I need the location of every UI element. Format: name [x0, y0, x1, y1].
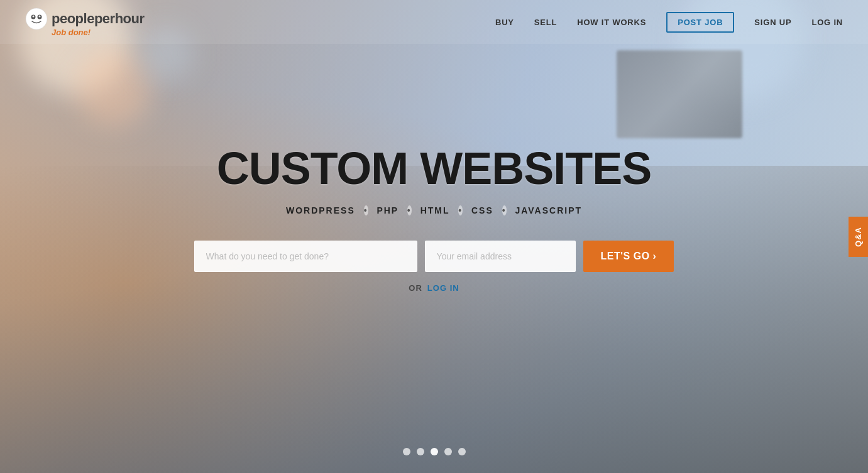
- task-input[interactable]: [194, 241, 417, 272]
- nav-how-it-works[interactable]: HOW IT WORKS: [577, 18, 646, 27]
- or-label: OR: [409, 283, 422, 293]
- hero-login-row: OR LOG IN: [409, 283, 459, 293]
- logo-text: peopleperhour: [52, 11, 145, 27]
- nav-links: BUY SELL HOW IT WORKS POST JOB SIGN UP L…: [495, 16, 843, 28]
- hero-form: LET'S GO ›: [194, 241, 674, 272]
- subtitle-php: PHP: [376, 205, 398, 215]
- email-input[interactable]: [425, 241, 576, 272]
- logo-tagline: Job done!: [52, 28, 91, 37]
- subtitle-css: CSS: [471, 205, 493, 215]
- qa-tab[interactable]: Q&A: [849, 217, 868, 257]
- carousel-dot-5[interactable]: [458, 448, 466, 455]
- nav-sign-up[interactable]: SIGN UP: [754, 18, 791, 27]
- dot-4: •: [502, 205, 507, 215]
- svg-point-3: [33, 15, 35, 17]
- subtitle-wordpress: WORDPRESS: [286, 205, 355, 215]
- logo-icon: [25, 8, 48, 30]
- hero-content: CUSTOM WEBSITES WORDPRESS • PHP • HTML •…: [0, 0, 868, 473]
- carousel-dots: [403, 448, 466, 455]
- carousel-dot-4[interactable]: [444, 448, 452, 455]
- dot-3: •: [458, 205, 463, 215]
- hero-title: CUSTOM WEBSITES: [217, 143, 652, 194]
- carousel-dot-3[interactable]: [431, 448, 438, 455]
- subtitle-html: HTML: [420, 205, 450, 215]
- nav-buy[interactable]: BUY: [495, 18, 514, 27]
- nav-sell[interactable]: SELL: [534, 18, 557, 27]
- svg-point-0: [26, 8, 47, 30]
- subtitle-javascript: JAVASCRIPT: [515, 205, 582, 215]
- logo-link[interactable]: peopleperhour Job done!: [25, 8, 145, 37]
- navbar: peopleperhour Job done! BUY SELL HOW IT …: [0, 0, 868, 44]
- dot-1: •: [364, 205, 368, 215]
- nav-post-job[interactable]: POST JOB: [666, 12, 734, 33]
- login-link[interactable]: LOG IN: [427, 283, 459, 293]
- svg-point-4: [39, 15, 41, 17]
- logo-main: peopleperhour: [25, 8, 145, 30]
- cta-button[interactable]: LET'S GO ›: [583, 241, 674, 272]
- nav-log-in[interactable]: LOG IN: [811, 18, 843, 27]
- hero-subtitle: WORDPRESS • PHP • HTML • CSS • JAVASCRIP…: [286, 205, 582, 215]
- dot-2: •: [407, 205, 412, 215]
- carousel-dot-2[interactable]: [417, 448, 424, 455]
- carousel-dot-1[interactable]: [403, 448, 410, 455]
